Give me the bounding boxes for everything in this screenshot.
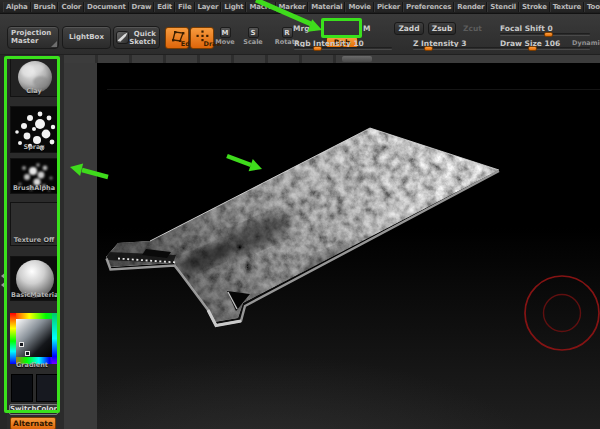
stroke-thumbnail-spray[interactable]: Spray xyxy=(10,106,58,153)
z-intensity-slider-handle[interactable] xyxy=(424,46,433,51)
menu-item[interactable]: Draw xyxy=(129,2,155,12)
brush-stroke-icon xyxy=(116,31,129,44)
main-color-swatch[interactable] xyxy=(11,374,33,402)
sv-picker-handle[interactable] xyxy=(19,342,24,347)
material-thumbnail-basicmaterial[interactable]: BasicMaterial xyxy=(10,256,58,301)
mrgb-button[interactable]: Mrgb xyxy=(293,24,315,33)
menu-item[interactable]: Brush xyxy=(31,2,59,12)
projection-master-button[interactable]: Projection Master xyxy=(7,26,59,49)
alternate-button[interactable]: Alternate xyxy=(10,417,56,429)
draw-size-slider[interactable] xyxy=(500,47,590,50)
hue-ring-right[interactable] xyxy=(52,313,58,364)
menu-item[interactable]: Document xyxy=(84,2,129,12)
menu-item[interactable]: Alpha xyxy=(3,2,31,12)
menu-item[interactable]: File xyxy=(175,2,195,12)
menu-item[interactable]: Tool xyxy=(584,2,600,12)
left-gutter xyxy=(64,63,97,429)
thumb-label-gradient: Gradient xyxy=(0,361,64,369)
left-tool-tray: Clay Spray BrushAlpha xyxy=(0,55,64,429)
menu-item[interactable]: Render xyxy=(454,2,487,12)
zsub-button[interactable]: Zsub xyxy=(428,22,456,35)
rgb-intensity-slider-handle[interactable] xyxy=(313,46,322,51)
switchcolor-button[interactable]: SwitchColor xyxy=(9,404,58,415)
saturation-value-square[interactable] xyxy=(16,319,52,357)
draw-size-slider-handle[interactable] xyxy=(528,46,537,51)
rgb-intensity-slider[interactable] xyxy=(294,47,392,50)
top-toolbar: Projection Master LightBox Quick Sketch … xyxy=(0,14,600,55)
thumb-label-brushalpha: BrushAlpha xyxy=(11,184,57,192)
menu-item[interactable]: Macro xyxy=(246,2,275,12)
tray-divider-handle[interactable] xyxy=(342,56,372,62)
secondary-color-swatch[interactable] xyxy=(36,374,58,402)
quick-sketch-label: Quick Sketch xyxy=(129,30,156,46)
tray-divider[interactable] xyxy=(64,55,600,63)
tray-collapse-icon[interactable] xyxy=(1,281,6,289)
menu-item[interactable]: Preferences xyxy=(403,2,454,12)
texture-thumbnail-off[interactable]: Texture Off xyxy=(10,202,58,246)
tray-divider-track xyxy=(364,55,600,63)
menu-item[interactable]: Marker xyxy=(276,2,309,12)
hue-picker-handle[interactable] xyxy=(25,351,30,356)
m-button[interactable]: M xyxy=(363,24,370,33)
alpha-thumbnail-brushalpha[interactable]: BrushAlpha xyxy=(10,158,58,194)
move-label: Move xyxy=(215,38,235,46)
move-letter-icon: M xyxy=(220,27,231,38)
thumb-label-basicmaterial: BasicMaterial xyxy=(11,291,57,299)
focal-shift-slider-handle[interactable] xyxy=(544,32,553,37)
scale-mode-button[interactable]: S Scale xyxy=(240,27,266,51)
menu-item[interactable]: Texture xyxy=(550,2,584,12)
menu-item[interactable]: Layer xyxy=(195,2,222,12)
dynamic-label[interactable]: Dynamic xyxy=(572,39,600,47)
document-top-edge xyxy=(107,89,600,90)
menu-item[interactable]: Color xyxy=(58,2,84,12)
menu-bar: Alpha Brush Color Document Draw Edit Fil… xyxy=(0,0,600,14)
zcut-button[interactable]: Zcut xyxy=(463,24,482,33)
color-picker[interactable] xyxy=(10,313,58,364)
thumb-label-spray: Spray xyxy=(11,143,57,151)
menu-item[interactable]: Material xyxy=(308,2,345,12)
scale-label: Scale xyxy=(243,38,263,46)
menu-item[interactable]: Edit xyxy=(154,2,175,12)
edit-mode-button[interactable]: Edit xyxy=(165,27,189,49)
menu-item[interactable]: Picker xyxy=(374,2,403,12)
projection-master-label: Projection Master xyxy=(11,29,51,45)
draw-mode-button[interactable]: Draw xyxy=(190,27,214,49)
scale-letter-icon: S xyxy=(248,27,259,38)
tray-edge-strip[interactable] xyxy=(0,55,7,429)
menu-item[interactable]: Light xyxy=(221,2,246,12)
color-swatches xyxy=(10,374,58,402)
thumb-label-clay: Clay xyxy=(11,87,57,95)
menu-item[interactable]: Movie xyxy=(345,2,374,12)
zadd-button[interactable]: Zadd xyxy=(394,22,424,35)
menu-item[interactable]: Stencil xyxy=(487,2,519,12)
corner-fold-icon xyxy=(51,41,57,47)
brush-thumbnail-clay[interactable]: Clay xyxy=(10,57,58,97)
quick-sketch-button[interactable]: Quick Sketch xyxy=(113,26,160,49)
thumb-label-texture-off: Texture Off xyxy=(11,236,57,244)
lightbox-button[interactable]: LightBox xyxy=(62,26,111,49)
menu-item[interactable]: Stroke xyxy=(519,2,550,12)
tray-collapse-icon[interactable] xyxy=(1,272,6,280)
rotate-letter-icon: R xyxy=(282,27,293,38)
move-mode-button[interactable]: M Move xyxy=(212,27,238,51)
